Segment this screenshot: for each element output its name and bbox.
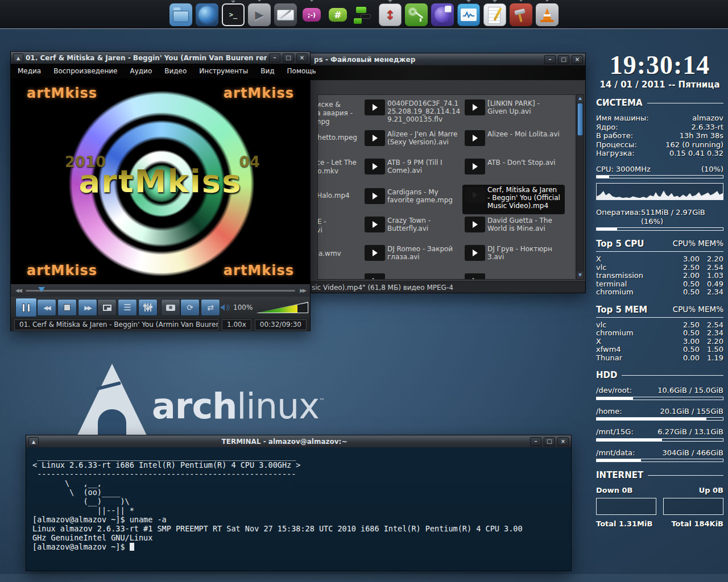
scrollbar-thumb[interactable] [577,103,583,136]
dock-system-monitor-icon[interactable] [457,3,480,26]
video-file-icon[interactable] [465,99,485,115]
file-list[interactable]: риске & ка авария - .mpg Ghetto.mpeg ace… [317,94,575,280]
shade-button[interactable]: ▲ [13,53,23,63]
menu-video[interactable]: Видео [164,67,187,75]
menu-help[interactable]: Помощь [287,67,316,75]
next-button[interactable]: ▶▶ [78,299,97,316]
file-item-label[interactable]: Ghetto.mpeg [317,134,357,142]
bottom-panel-hint [0,574,728,582]
seek-forward-icon[interactable]: ▶▶ [300,288,305,293]
dock-vlc-icon[interactable] [536,3,559,26]
file-item-label[interactable]: DJ Грув - Ноктюрн 3.avi [487,245,561,261]
hdd-row: /home:20.1GiB / 155GiB [596,407,723,416]
video-file-icon[interactable] [365,273,385,280]
video-surface[interactable]: artMkiss artMkiss artMkiss artMkiss 2010… [11,78,310,284]
video-file-icon[interactable] [365,245,385,261]
dock-web-browser-icon[interactable] [196,3,218,26]
minimize-button[interactable]: – [269,53,280,63]
video-file-icon[interactable] [365,217,385,232]
file-manager-menubar[interactable] [306,65,585,80]
video-file-icon[interactable] [465,217,485,232]
scroll-up-icon[interactable]: ▲ [577,95,584,102]
file-item-label[interactable]: David Guetta - The World is Mine.avi [487,217,561,232]
maximize-button[interactable]: □ [283,53,294,63]
video-file-icon[interactable] [365,130,385,146]
video-file-icon[interactable] [365,99,385,115]
menu-view[interactable]: Вид [260,67,274,75]
file-manager-titlebar[interactable]: ps - Файловый менеджер – □ × [306,53,585,65]
dock-updater-icon[interactable]: ↕ [379,3,402,26]
close-button[interactable]: × [296,53,308,63]
dock-chat-icon[interactable]: ;-) [300,3,323,26]
dock-media-player-icon[interactable]: ▶ [248,3,271,26]
menu-media[interactable]: Медиа [18,67,41,75]
file-item-label[interactable]: [LINKIN PARK] - Given Up.avi [487,99,561,115]
close-button[interactable]: × [557,437,569,446]
equalizer-button[interactable] [138,299,158,316]
file-item-label[interactable]: Alizee - J'en Ai Marre (Sexy Version).av… [387,130,461,146]
file-item-label[interactable]: Alizee - Moi Lolita.avi [487,130,561,138]
file-item-label[interactable]: NE - avi [317,218,326,235]
dock-network-globe-icon[interactable] [431,3,454,26]
file-item-label[interactable]: 0040FD016C3F_74.125.208.19_82.114.149.21… [387,99,461,123]
dock-build-tools-icon[interactable] [510,3,532,26]
video-file-icon[interactable] [365,159,385,174]
volume-slider[interactable] [256,302,308,313]
shade-button[interactable]: ▲ [28,437,39,446]
terminal-body[interactable]: ________________________________________… [27,448,570,570]
maximize-button[interactable]: □ [544,437,555,446]
maximize-button[interactable]: □ [558,55,569,64]
dock-keyring-icon[interactable] [405,3,428,26]
close-button[interactable]: × [572,55,583,64]
minimize-button[interactable]: – [544,55,556,64]
speaker-icon[interactable] [220,304,230,311]
pause-button[interactable] [15,298,37,317]
dock-file-manager-icon[interactable] [169,3,192,26]
process-row: vlc2.502.54 [596,264,723,272]
seek-thumb-icon[interactable] [38,287,45,296]
terminal-title: TERMINAL - almazov@almazov:~ [41,438,528,446]
video-file-icon[interactable] [365,188,385,204]
net-labels: Down 0BUp 0B [596,486,723,494]
minimize-button[interactable]: – [530,437,541,446]
file-item-label[interactable]: ina.wmv [317,250,341,258]
fullscreen-button[interactable] [97,299,117,316]
playlist-button[interactable]: ☰ [118,299,137,316]
menu-tools[interactable]: Инструменты [199,67,248,75]
video-file-icon[interactable] [465,245,485,261]
video-file-icon[interactable] [465,130,485,146]
seek-back-icon[interactable]: ◀◀ [15,288,21,293]
menu-audio[interactable]: Аудио [130,67,152,75]
time-display[interactable]: 00:32/09:30 [255,319,307,330]
top-cpu-header: Top 5 CPUCPU% MEM% [596,239,723,252]
file-item-label[interactable]: Crazy Town - Butterfly.avi [387,217,461,232]
file-item-label[interactable]: Cardigans - My favorite game.mpg [387,188,461,204]
shuffle-button[interactable]: ⇄ [201,299,220,316]
file-item-label[interactable]: риске & ка авария - .mpg [317,101,353,126]
video-file-icon[interactable] [465,159,485,174]
dock-notes-icon[interactable] [483,3,506,26]
loop-button[interactable]: ⟳ [180,299,200,316]
snapshot-button[interactable] [161,299,180,316]
file-item-label[interactable]: DJ Romeo - Закрой глаза.avi [387,245,461,261]
menu-playback[interactable]: Воспроизведение [53,67,117,75]
video-file-icon[interactable] [465,273,485,280]
previous-button[interactable]: ◀◀ [37,299,56,316]
dock-irc-icon[interactable]: # [326,3,349,26]
file-item-label[interactable]: - Halo.mp4 [317,192,350,200]
seek-slider[interactable] [26,290,295,292]
file-item-label[interactable]: ATB - 9 PM (Till I Come).avi [387,159,461,174]
video-file-icon-selected[interactable] [465,187,485,203]
dock-terminal-icon[interactable]: >_ [222,3,245,26]
dock-system-load-icon[interactable] [353,3,375,26]
file-item-label[interactable]: ace - Let The Go.mkv [317,159,357,176]
stop-button[interactable] [57,299,77,316]
playback-rate[interactable]: 1.00x [222,319,251,330]
terminal-titlebar[interactable]: ▲ TERMINAL - almazov@almazov:~ – □ × [26,435,571,447]
vlc-titlebar[interactable]: ▲ 01. Cerf & Mitiska & Jaren - Beggin' Y… [11,52,310,64]
scrollbar[interactable]: ▲ ▼ [576,94,584,280]
file-item-label[interactable]: ATB - Don't Stop.avi [487,159,561,167]
scroll-down-icon[interactable]: ▼ [577,272,584,279]
dock-mail-icon[interactable] [274,3,297,26]
file-item-label-selected[interactable]: Cerf, Mitiska & Jaren - Beggin' You (Off… [487,186,561,210]
